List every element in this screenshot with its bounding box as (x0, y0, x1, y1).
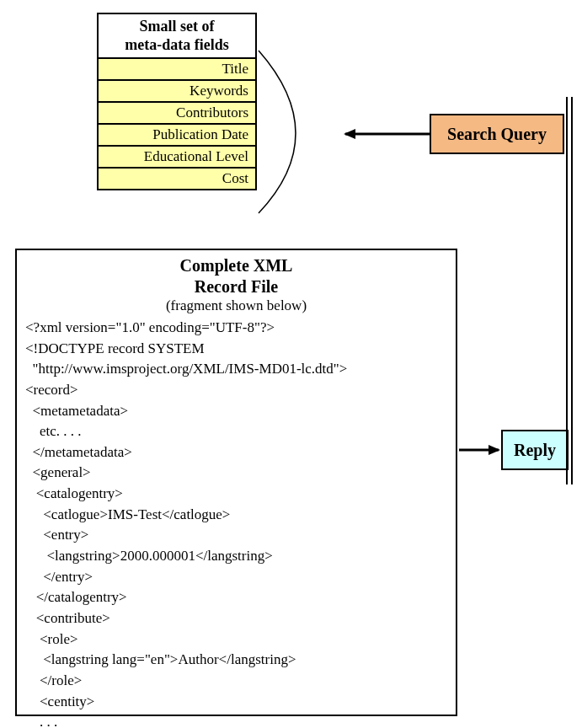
search-arrow (259, 51, 430, 213)
metadata-field: Educational Level (99, 145, 255, 167)
xml-subtitle: (fragment shown below) (25, 297, 447, 314)
reply-box: Reply (501, 430, 569, 470)
metadata-fields-box: Small set of meta-data fields Title Keyw… (97, 13, 257, 190)
xml-header-line1: Complete XML (180, 256, 293, 275)
metadata-header: Small set of meta-data fields (99, 14, 255, 57)
metadata-field: Contributors (99, 101, 255, 123)
metadata-field: Keywords (99, 79, 255, 101)
metadata-header-line2: meta-data fields (125, 36, 228, 53)
xml-code-fragment: <?xml version="1.0" encoding="UTF-8"?> <… (25, 318, 447, 728)
search-query-label: Search Query (447, 125, 547, 144)
channel-bar (566, 97, 573, 484)
xml-header: Complete XML Record File (25, 255, 447, 297)
metadata-field: Publication Date (99, 123, 255, 145)
reply-label: Reply (514, 441, 556, 460)
xml-record-box: Complete XML Record File (fragment shown… (15, 249, 457, 716)
metadata-field: Cost (99, 167, 255, 189)
search-query-box: Search Query (430, 114, 564, 154)
metadata-field: Title (99, 57, 255, 79)
xml-header-line2: Record File (195, 277, 278, 296)
metadata-header-line1: Small set of (140, 18, 215, 35)
